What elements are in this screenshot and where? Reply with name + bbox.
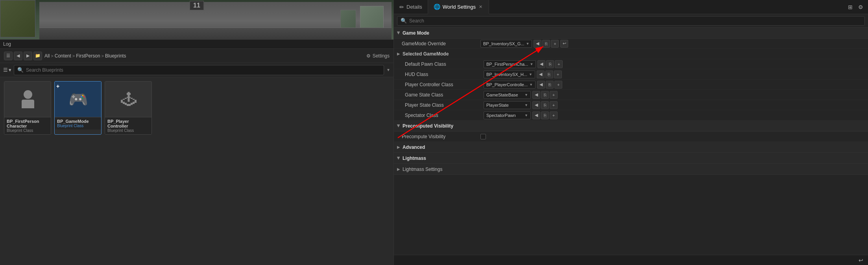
lightmass-settings-row[interactable]: ▶ Lightmass Settings <box>394 164 868 175</box>
lightmass-section-title: Lightmass <box>403 156 426 161</box>
breadcrumb-sep-3: > <box>102 54 104 58</box>
tab-details[interactable]: ✏ Details <box>394 0 428 14</box>
default-pawn-add[interactable]: + <box>555 60 563 68</box>
filter-dropdown-arrow[interactable]: ▼ <box>386 68 390 72</box>
blueprint-card-gamemode[interactable]: + 🎮 BP_GameMode Blueprint Class <box>54 81 102 135</box>
hud-add[interactable]: + <box>554 70 562 78</box>
right-search-icon: 🔍 <box>401 18 407 24</box>
player-state-arrow: ▼ <box>524 103 528 107</box>
blueprint-card-playercontroller[interactable]: 🕹 BP_Player Controller Blueprint Class <box>105 81 152 135</box>
viewport: 11 <box>0 0 393 39</box>
tab-world-settings[interactable]: 🌐 World Settings ✕ <box>428 0 489 14</box>
default-pawn-copy[interactable]: ⎘ <box>546 60 554 68</box>
player-controller-row: Player Controller Class BP_PlayerControl… <box>394 80 868 90</box>
player-controller-add[interactable]: + <box>554 81 562 89</box>
card-name-playercontroller: BP_Player Controller <box>107 119 149 128</box>
precomp-visibility-section-header[interactable]: ▶ Precomputed Visibility <box>394 120 868 132</box>
precompute-value-wrap <box>480 134 868 139</box>
right-search-wrap[interactable]: 🔍 <box>397 16 865 26</box>
gamemode-reset-icon[interactable]: ↩ <box>560 40 568 48</box>
selected-gamemode-header[interactable]: ▶ Selected GameMode <box>394 49 868 59</box>
breadcrumb-blueprints[interactable]: Blueprints <box>105 53 126 59</box>
tab-actions: ⊞ ⚙ <box>843 0 868 14</box>
gamepad-icon: 🎮 <box>68 90 88 109</box>
tab-close-button[interactable]: ✕ <box>478 4 483 9</box>
grid-view-button[interactable]: ⊞ <box>846 3 854 11</box>
spectator-class-row: Spectator Class SpectatorPawn ▼ ◀ ⎘ + <box>394 110 868 120</box>
blueprint-card-firstperson[interactable]: BP_FirstPerson Character Blueprint Class <box>4 81 51 135</box>
blueprint-search-input[interactable] <box>26 67 380 73</box>
nav-forward[interactable]: ▶ <box>24 52 32 60</box>
default-pawn-dropdown[interactable]: BP_FirstPersonCha... ▼ <box>484 60 536 68</box>
player-state-row: Player State Class PlayerState ▼ ◀ ⎘ + <box>394 100 868 110</box>
nav-back[interactable]: ◀ <box>14 52 22 60</box>
player-state-browse[interactable]: ◀ <box>532 101 540 109</box>
blueprint-grid: BP_FirstPerson Character Blueprint Class… <box>0 77 393 139</box>
player-controller-browse[interactable]: ◀ <box>537 81 545 89</box>
precomp-visibility-title: Precomputed Visibility <box>403 123 453 129</box>
game-state-dropdown[interactable]: GameStateBase ▼ <box>484 91 531 99</box>
game-state-add[interactable]: + <box>550 91 558 99</box>
spectator-browse[interactable]: ◀ <box>532 111 540 119</box>
tab-world-settings-label: World Settings <box>443 4 476 10</box>
list-icon: ☰ <box>3 67 8 73</box>
breadcrumb-all[interactable]: All <box>44 53 50 59</box>
spectator-copy[interactable]: ⎘ <box>541 111 549 119</box>
gamemode-add-icon[interactable]: + <box>551 40 559 48</box>
spectator-dropdown[interactable]: SpectatorPawn ▼ <box>484 111 531 119</box>
settings-button[interactable]: ⚙ Settings <box>366 53 390 59</box>
hud-class-value-wrap: BP_InventorySX_H... ▼ ◀ ⎘ + <box>484 70 868 78</box>
player-state-add[interactable]: + <box>550 101 558 109</box>
card-thumb-playercontroller: 🕹 <box>105 82 152 117</box>
gamemode-override-value-wrap: BP_InventorySX_G... ▼ ◀ ⎘ + ↩ <box>480 40 868 48</box>
lightmass-settings-label: Lightmass Settings <box>403 167 442 172</box>
card-info-firstperson: BP_FirstPerson Character Blueprint Class <box>4 117 51 134</box>
default-pawn-value: BP_FirstPersonCha... <box>486 62 528 67</box>
game-state-copy[interactable]: ⎘ <box>541 91 549 99</box>
gamemode-override-dropdown[interactable]: BP_InventorySX_G... ▼ <box>480 40 532 48</box>
player-state-value-wrap: PlayerState ▼ ◀ ⎘ + <box>484 101 868 109</box>
world-icon: 🌐 <box>434 4 440 10</box>
breadcrumb-firstperson[interactable]: FirstPerson <box>76 53 100 59</box>
bottom-undo-button[interactable]: ↩ <box>857 256 865 264</box>
hud-copy[interactable]: ⎘ <box>545 70 553 78</box>
precompute-checkbox[interactable] <box>480 134 486 139</box>
game-state-browse[interactable]: ◀ <box>532 91 540 99</box>
breadcrumb-content[interactable]: Content <box>55 53 71 59</box>
gamemode-browse-icon[interactable]: ◀ <box>534 40 541 48</box>
player-controller-dropdown[interactable]: BP_PlayerControlle... ▼ <box>484 81 536 89</box>
advanced-section-header[interactable]: ▶ Advanced <box>394 142 868 153</box>
blueprint-search-bar: ☰ ▾ 🔍 ▼ <box>0 63 393 77</box>
nav-hamburger[interactable]: ☰ <box>4 52 13 60</box>
spectator-actions: ◀ ⎘ + <box>532 111 558 119</box>
default-pawn-value-wrap: BP_FirstPersonCha... ▼ ◀ ⎘ + <box>484 60 868 68</box>
default-pawn-label: Default Pawn Class <box>405 61 484 67</box>
card-type-gamemode: Blueprint Class <box>57 124 99 128</box>
gamemode-copy-icon[interactable]: ⎘ <box>542 40 550 48</box>
settings-label: Settings <box>373 53 390 59</box>
default-pawn-actions: ◀ ⎘ + <box>537 60 563 68</box>
nav-folder[interactable]: 📁 <box>33 52 42 60</box>
blueprint-search-wrap[interactable]: 🔍 <box>14 65 384 75</box>
player-controller-copy[interactable]: ⎘ <box>546 81 554 89</box>
player-state-copy[interactable]: ⎘ <box>541 101 549 109</box>
right-panel-content: ▶ Game Mode GameMode Override BP_Invento… <box>394 28 868 255</box>
chevron-down-icon: ▾ <box>9 67 11 73</box>
lightmass-section-header[interactable]: ▶ Lightmass <box>394 153 868 164</box>
collapse-button[interactable]: ☰ ▾ <box>3 67 11 73</box>
search-icon: 🔍 <box>17 67 24 73</box>
game-state-arrow: ▼ <box>524 93 528 97</box>
default-pawn-browse[interactable]: ◀ <box>537 60 545 68</box>
person-head <box>24 90 32 99</box>
hud-class-dropdown[interactable]: BP_InventorySX_H... ▼ <box>484 70 535 78</box>
spectator-add[interactable]: + <box>550 111 558 119</box>
game-mode-section-header[interactable]: ▶ Game Mode <box>394 28 868 39</box>
settings-icon-button[interactable]: ⚙ <box>857 3 865 11</box>
breadcrumb-nav: ☰ ◀ ▶ 📁 All > Content > FirstPerson > Bl… <box>4 52 126 60</box>
hud-browse[interactable]: ◀ <box>537 70 545 78</box>
player-state-dropdown[interactable]: PlayerState ▼ <box>484 101 531 109</box>
player-state-value: PlayerState <box>486 103 509 107</box>
game-state-value: GameStateBase <box>486 93 518 97</box>
gamemode-override-label: GameMode Override <box>402 41 480 46</box>
right-search-input[interactable] <box>409 18 861 24</box>
